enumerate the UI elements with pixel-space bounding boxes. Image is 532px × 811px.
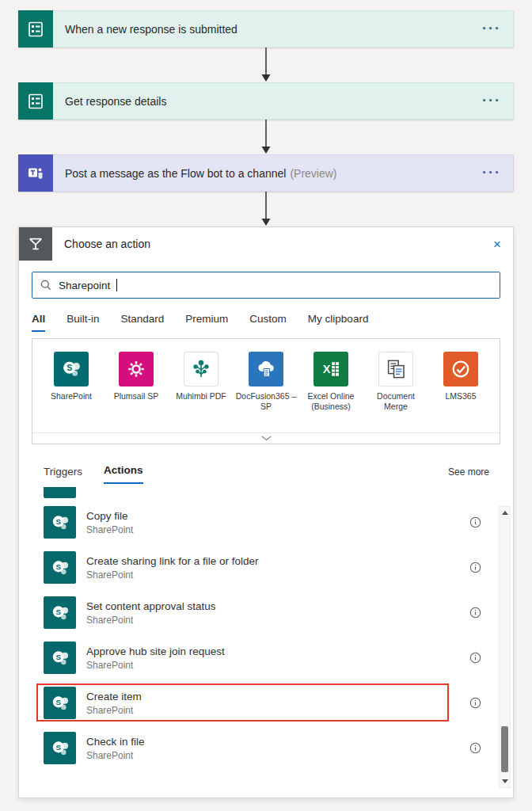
- tab-actions[interactable]: Actions: [104, 464, 143, 484]
- action-connector: SharePoint: [86, 615, 216, 626]
- action-title: Copy file: [86, 510, 133, 522]
- action-row-copy-file[interactable]: S Copy file SharePoint: [44, 500, 489, 545]
- action-row-approve-hub-site-join-request[interactable]: S Approve hub site join request SharePoi…: [44, 635, 489, 680]
- list-scrollbar[interactable]: [499, 506, 511, 788]
- tab-built-in[interactable]: Built-in: [66, 313, 99, 332]
- sharepoint-icon: [44, 487, 76, 498]
- action-row-create-sharing-link[interactable]: S Create sharing link for a file or fold…: [44, 545, 489, 590]
- panel-header: Choose an action ×: [19, 227, 513, 261]
- sharepoint-icon: S: [44, 551, 76, 584]
- svg-text:S: S: [55, 743, 61, 752]
- connector-docfusion365-sp[interactable]: DocFusion365 – SP: [234, 352, 298, 428]
- tab-premium[interactable]: Premium: [185, 313, 228, 332]
- documents-icon: [378, 352, 413, 386]
- action-funnel-icon: [19, 227, 52, 261]
- microsoft-forms-icon: [18, 82, 53, 120]
- info-icon[interactable]: [469, 697, 481, 709]
- microsoft-teams-icon: [18, 154, 53, 192]
- microsoft-forms-icon: [18, 10, 53, 48]
- sharepoint-icon: S: [44, 732, 76, 764]
- preview-badge: (Preview): [290, 155, 336, 191]
- connector-excel-online-business[interactable]: X Excel Online (Business): [299, 352, 363, 428]
- flow-connector-arrow: [18, 120, 514, 154]
- tab-my-clipboard[interactable]: My clipboard: [308, 313, 369, 332]
- tab-standard[interactable]: Standard: [121, 313, 165, 332]
- connector-lms365[interactable]: LMS365: [429, 352, 492, 428]
- action-connector: SharePoint: [86, 569, 259, 581]
- action-title: Approve hub site join request: [86, 645, 225, 657]
- flow-step-post-message-flow-bot[interactable]: Post a message as the Flow bot to a chan…: [18, 154, 514, 192]
- connector-label: DocFusion365 – SP: [234, 391, 298, 428]
- info-icon[interactable]: [469, 652, 481, 664]
- connector-plumsail-sp[interactable]: Plumsail SP: [104, 352, 168, 428]
- action-connector: SharePoint: [86, 705, 142, 716]
- svg-text:S: S: [66, 363, 72, 372]
- actions-list-section: Triggers Actions See more S: [44, 465, 489, 771]
- info-icon[interactable]: [469, 607, 481, 619]
- connector-muhimbi-pdf[interactable]: Muhimbi PDF: [169, 352, 233, 428]
- action-connector: SharePoint: [86, 750, 145, 761]
- svg-text:X: X: [323, 363, 331, 375]
- trigger-action-tabs: Triggers Actions See more: [44, 465, 489, 484]
- action-title: Set content approval status: [86, 600, 216, 612]
- connector-results-box: S SharePoint Plumsail SP: [32, 338, 500, 444]
- info-icon[interactable]: [469, 742, 481, 754]
- connector-label: Plumsail SP: [104, 391, 168, 428]
- flow-step-when-new-response-submitted[interactable]: When a new response is submitted ···: [18, 10, 514, 48]
- connector-sharepoint[interactable]: S SharePoint: [40, 352, 103, 428]
- action-connector: SharePoint: [86, 524, 133, 535]
- excel-icon: X: [314, 352, 348, 386]
- step-menu-button[interactable]: ···: [470, 83, 513, 119]
- sharepoint-icon: S: [44, 506, 76, 539]
- sharepoint-icon: S: [44, 596, 76, 629]
- action-row-create-item[interactable]: S Create item SharePoint: [44, 680, 489, 725]
- tab-custom[interactable]: Custom: [249, 313, 287, 332]
- sharepoint-icon: S: [44, 642, 76, 674]
- step-menu-button[interactable]: ···: [470, 11, 513, 47]
- flow-designer-canvas: When a new response is submitted ··· Get…: [0, 0, 532, 798]
- gear-icon: [119, 352, 154, 386]
- scrollbar-thumb[interactable]: [501, 726, 508, 772]
- action-row-check-in-file[interactable]: S Check in file SharePoint: [44, 725, 489, 771]
- svg-text:S: S: [55, 562, 61, 571]
- tab-triggers[interactable]: Triggers: [44, 466, 82, 484]
- flow-step-get-response-details[interactable]: Get response details ···: [18, 82, 514, 120]
- connector-category-tabs: All Built-in Standard Premium Custom My …: [32, 313, 500, 332]
- tab-all[interactable]: All: [32, 313, 45, 332]
- checkmark-circle-icon: [443, 352, 478, 386]
- action-results-list: S Copy file SharePoint: [44, 487, 489, 771]
- info-icon[interactable]: [469, 562, 481, 573]
- svg-text:S: S: [55, 607, 61, 616]
- info-icon[interactable]: [469, 516, 481, 528]
- connector-label: Muhimbi PDF: [169, 391, 233, 428]
- text-cursor: [116, 279, 117, 291]
- svg-text:S: S: [55, 698, 61, 706]
- collapse-connectors-button[interactable]: [32, 432, 500, 444]
- connector-label: Document Merge: [364, 391, 428, 428]
- search-icon: [40, 279, 52, 291]
- action-row-set-content-approval-status[interactable]: S Set content approval status SharePoint: [44, 590, 489, 635]
- flow-step-title: Post a message as the Flow bot to a chan…: [53, 155, 286, 191]
- step-menu-button[interactable]: ···: [470, 155, 513, 191]
- see-more-link[interactable]: See more: [448, 466, 489, 484]
- plant-icon: [184, 352, 218, 386]
- choose-action-panel: Choose an action × Sharepoint All Built-…: [18, 227, 514, 798]
- scroll-up-button[interactable]: [500, 507, 510, 519]
- flow-step-title: Get response details: [53, 83, 166, 119]
- connector-document-merge[interactable]: Document Merge: [364, 352, 428, 428]
- panel-title: Choose an action: [64, 238, 150, 250]
- svg-text:S: S: [55, 653, 61, 661]
- svg-text:S: S: [55, 517, 61, 526]
- scroll-down-button[interactable]: [500, 775, 510, 787]
- connector-label: LMS365: [429, 391, 492, 428]
- cloud-document-icon: [249, 352, 283, 386]
- flow-connector-arrow: [18, 48, 514, 82]
- flow-connector-arrow: [18, 192, 514, 227]
- sharepoint-icon: S: [54, 352, 89, 386]
- search-input[interactable]: Sharepoint: [32, 272, 500, 299]
- search-value: Sharepoint: [59, 280, 110, 291]
- sharepoint-icon: S: [44, 687, 76, 719]
- action-title: Check in file: [86, 736, 145, 748]
- action-title: Create item: [86, 691, 142, 702]
- close-icon[interactable]: ×: [493, 238, 501, 251]
